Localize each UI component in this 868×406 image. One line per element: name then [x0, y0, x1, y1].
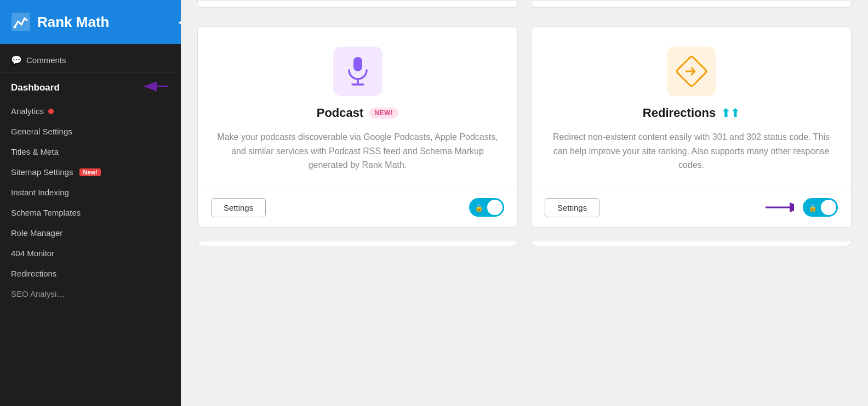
comment-icon: 💬: [11, 55, 22, 65]
bottom-partial-card-left: [197, 241, 518, 246]
sidebar-item-label: SEO Analysi…: [11, 289, 65, 298]
sidebar-item-sitemap-settings[interactable]: Sitemap Settings New!: [0, 162, 181, 182]
sidebar-item-titles-meta[interactable]: Titles & Meta: [0, 142, 181, 162]
podcast-card-body: Podcast NEW! Make your podcasts discover…: [198, 27, 517, 188]
sidebar-item-schema-templates[interactable]: Schema Templates: [0, 202, 181, 223]
podcast-icon-wrapper: [333, 47, 382, 96]
rank-math-title: Rank Math: [37, 14, 109, 31]
svg-rect-4: [353, 57, 362, 71]
toggle-knob-2: [821, 200, 836, 215]
sidebar-item-role-manager[interactable]: Role Manager: [0, 223, 181, 243]
podcast-settings-button[interactable]: Settings: [211, 198, 266, 217]
redirections-description: Redirect non-existent content easily wit…: [547, 130, 836, 172]
sidebar-item-seo-analysis[interactable]: SEO Analysi…: [0, 284, 181, 304]
module-cards-grid: Podcast NEW! Make your podcasts discover…: [197, 21, 852, 228]
sidebar-navigation: 💬 Comments Dashboard Analytics: [0, 44, 181, 406]
podcast-title-row: Podcast NEW!: [317, 106, 399, 120]
top-partial-card-right: [531, 0, 852, 8]
sitemap-new-badge: New!: [79, 168, 100, 176]
sidebar-item-redirections[interactable]: Redirections: [0, 263, 181, 284]
sidebar-item-label: Analytics: [11, 106, 44, 116]
svg-point-1: [14, 26, 16, 29]
redirections-title-row: Redirections ⬆⬆: [643, 106, 740, 120]
redirections-up-badge: ⬆⬆: [721, 106, 740, 120]
sidebar-item-dashboard[interactable]: Dashboard: [0, 75, 181, 101]
podcast-module-card: Podcast NEW! Make your podcasts discover…: [197, 26, 518, 228]
redirections-module-card: Redirections ⬆⬆ Redirect non-existent co…: [531, 26, 852, 228]
sidebar-collapse-button[interactable]: ◀: [173, 14, 181, 30]
sidebar-item-label: Redirections: [11, 269, 56, 278]
toggle-lock-icon: 🔒: [475, 204, 483, 212]
top-partial-card-left: [197, 0, 518, 8]
podcast-card-footer: Settings 🔒: [198, 188, 517, 227]
analytics-notification-dot: [48, 109, 54, 114]
redirections-arrow-indicator: [764, 200, 794, 215]
sidebar: Rank Math ◀ 💬 Comments Dashboard: [0, 0, 181, 406]
podcast-new-badge: NEW!: [369, 108, 398, 119]
redirections-settings-button[interactable]: Settings: [545, 198, 599, 217]
sidebar-item-label: 404 Monitor: [11, 249, 54, 258]
sidebar-rank-math-header[interactable]: Rank Math ◀: [0, 0, 181, 44]
sidebar-item-label: Instant Indexing: [11, 188, 69, 197]
main-content: Podcast NEW! Make your podcasts discover…: [181, 0, 868, 406]
bottom-partial-card-right: [531, 241, 852, 246]
microphone-icon: [345, 56, 371, 87]
sidebar-item-label: General Settings: [11, 127, 72, 136]
sidebar-item-instant-indexing[interactable]: Instant Indexing: [0, 182, 181, 202]
podcast-toggle[interactable]: 🔒: [469, 198, 504, 217]
redirections-icon-wrapper: [667, 47, 716, 96]
top-partial-cards-row: [197, 0, 852, 8]
rank-math-icon: [11, 12, 31, 32]
dashboard-arrow-indicator: [138, 78, 171, 98]
toggle-lock-icon-2: 🔒: [808, 204, 817, 212]
podcast-description: Make your podcasts discoverable via Goog…: [213, 130, 502, 172]
sidebar-item-comments[interactable]: 💬 Comments: [0, 49, 181, 72]
sidebar-item-label: Titles & Meta: [11, 147, 59, 156]
redirections-card-footer: Settings 🔒: [532, 188, 851, 227]
svg-rect-0: [12, 13, 30, 31]
sidebar-item-label: Dashboard: [11, 82, 60, 93]
sidebar-item-label: Sitemap Settings: [11, 167, 73, 177]
sidebar-item-404-monitor[interactable]: 404 Monitor: [0, 243, 181, 263]
redirections-card-body: Redirections ⬆⬆ Redirect non-existent co…: [532, 27, 851, 188]
toggle-knob: [487, 200, 502, 215]
sidebar-item-label: Schema Templates: [11, 208, 81, 217]
sidebar-item-analytics[interactable]: Analytics: [0, 101, 181, 121]
sidebar-item-general-settings[interactable]: General Settings: [0, 121, 181, 142]
sidebar-item-label: Role Manager: [11, 228, 62, 238]
redirections-icon: [674, 54, 709, 89]
redirections-title: Redirections: [643, 106, 716, 120]
podcast-title: Podcast: [317, 106, 364, 120]
redirections-toggle-area: 🔒: [764, 198, 838, 217]
sidebar-item-label: Comments: [26, 55, 66, 65]
bottom-partial-cards-row: [197, 241, 852, 246]
redirections-toggle[interactable]: 🔒: [803, 198, 838, 217]
